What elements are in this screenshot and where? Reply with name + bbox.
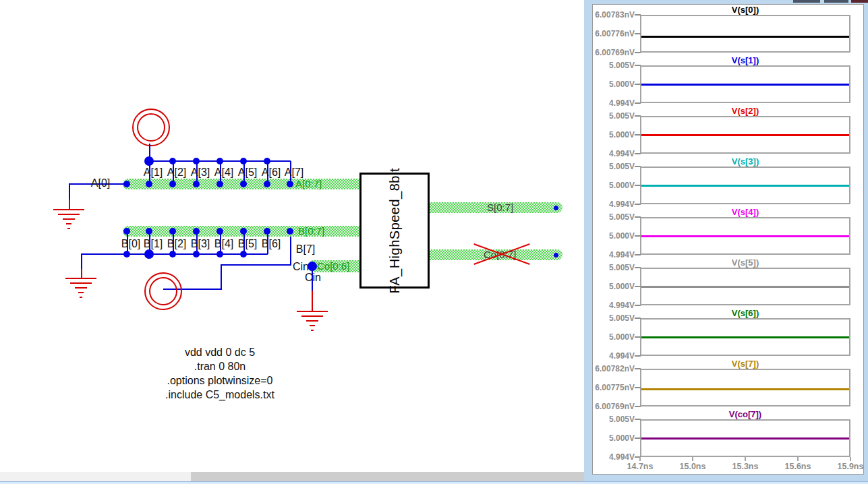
pin-label[interactable]: A[3] [191,167,210,179]
wave-pane-title[interactable]: V(s[2]) [640,107,850,116]
pin-label[interactable]: A[4] [214,167,233,179]
pin-label[interactable]: B[2] [167,238,186,250]
y-axis-tick [635,166,641,167]
voltage-source-inner-icon [149,277,177,305]
y-axis-tick [635,419,641,420]
bus-s[interactable]: S[0:7] [430,202,562,213]
pin-label[interactable]: B[6] [262,238,281,250]
y-axis-label: 5.000V [593,332,635,342]
spice-line[interactable]: .tran 0 80n [138,359,301,373]
ground-icon[interactable] [65,278,96,279]
ground-icon[interactable] [297,311,328,312]
junction-dot [240,181,247,187]
wire[interactable] [81,254,82,269]
fa-block[interactable]: FA_HighSpeed_8bit [359,173,430,289]
minimize-button[interactable] [793,0,820,3]
wave-pane-title[interactable]: V(s[0]) [640,5,850,15]
pin-label[interactable]: A[2] [167,167,186,179]
scrollbar-thumb[interactable] [191,472,584,481]
pin-label[interactable]: A[6] [262,167,281,179]
pin-label[interactable]: B[0] [121,238,140,250]
ground-icon[interactable] [310,325,315,326]
wave-pane-title[interactable]: V(s[1]) [640,56,850,65]
ground-stem[interactable] [81,269,82,278]
ground-icon[interactable] [301,315,323,317]
cin-label-2[interactable]: Cin [305,272,321,284]
y-axis-label: 4.994V [593,301,635,310]
y-axis-tick [635,317,641,319]
y-axis-tick [635,185,641,186]
wire[interactable] [69,183,70,200]
ground-icon[interactable] [78,292,84,293]
bus-co-in-label[interactable]: Co[0:6] [317,261,349,272]
x-axis-tick [850,457,851,461]
junction-dot [193,228,200,235]
ground-icon[interactable] [66,223,71,224]
a0-net-label[interactable]: A[0] [91,177,110,189]
wave-pane-plot[interactable] [640,369,850,406]
schematic-canvas[interactable]: A[0:7] A[0] B[0:7] B[7] Co[0:6] Cin Cin … [0,0,584,472]
ground-stem[interactable] [69,200,70,209]
ground-icon[interactable] [58,214,80,215]
pin-label[interactable]: A[5] [238,167,257,179]
horizontal-scrollbar[interactable] [0,472,584,481]
spice-line[interactable]: .include C5_models.txt [138,388,301,402]
junction-dot [240,251,247,258]
ground-icon[interactable] [53,209,84,210]
maximize-button[interactable] [824,0,848,3]
y-axis-tick [635,406,641,407]
b7-pin-label[interactable]: B[7] [296,243,315,255]
y-axis-label: 5.005V [593,263,635,272]
wave-pane-plot[interactable] [640,15,850,53]
bus-s-label[interactable]: S[0:7] [487,202,513,213]
y-axis-tick [635,115,641,117]
y-axis-tick [635,52,641,53]
pin-label[interactable]: B[1] [144,238,163,250]
x-axis-label: 15.3ns [724,462,767,471]
close-button[interactable] [851,0,868,3]
y-axis-tick [635,267,641,268]
ground-icon[interactable] [70,282,92,284]
pin-label[interactable]: B[4] [214,238,233,250]
y-axis-tick [635,102,641,104]
wire[interactable] [221,264,291,266]
bus-a-label[interactable]: A[0:7] [295,179,322,189]
wave-pane-title[interactable]: V(s[3]) [640,157,850,167]
ground-icon[interactable] [306,320,318,322]
y-axis-label: 6.00776nV [593,29,635,38]
junction-dot [169,228,176,235]
wave-pane-title[interactable]: V(s[4]) [640,208,850,217]
pin-label[interactable]: B[5] [238,238,257,250]
y-axis-label: 6.00782nV [593,364,635,373]
pin-label[interactable]: A[7] [285,167,303,179]
pin-label[interactable]: A[1] [144,167,163,179]
junction-dot [193,251,200,258]
pin-label[interactable]: B[3] [191,238,210,250]
x-axis-label: 14.7ns [618,462,662,471]
wave-pane-title[interactable]: V(s[7]) [640,359,850,369]
y-axis-label: 5.000V [593,433,635,443]
spice-line[interactable]: vdd vdd 0 dc 5 [138,345,301,359]
waveform-plot-area[interactable]: V(s[0])6.00783nV6.00776nV6.00769nVV(s[1]… [592,4,864,475]
wave-pane-title[interactable]: V(co[7]) [640,410,850,419]
y-axis-tick [635,84,641,85]
x-axis-label: 15.6ns [776,462,819,471]
y-axis-tick [635,286,641,287]
junction-dot [264,158,270,164]
y-axis-tick [635,204,641,205]
spice-line[interactable]: .options plotwinsize=0 [138,373,301,388]
y-axis-label: 4.994V [593,200,635,209]
wave-pane-title[interactable]: V(s[5]) [640,258,850,268]
bus-b-label[interactable]: B[0:7] [298,226,324,237]
x-axis-label: 15.0ns [671,462,714,471]
spice-directives[interactable]: vdd vdd 0 dc 5 .tran 0 80n .options plot… [138,345,301,402]
junction-dot [216,181,223,187]
y-axis-tick [635,153,641,154]
wire[interactable] [290,237,291,266]
ground-stem[interactable] [312,291,313,311]
ground-icon[interactable] [63,218,75,220]
ground-icon[interactable] [75,287,87,289]
wire[interactable] [221,264,222,290]
y-axis-label: 5.005V [593,111,635,121]
wave-pane-title[interactable]: V(s[6]) [640,309,850,318]
